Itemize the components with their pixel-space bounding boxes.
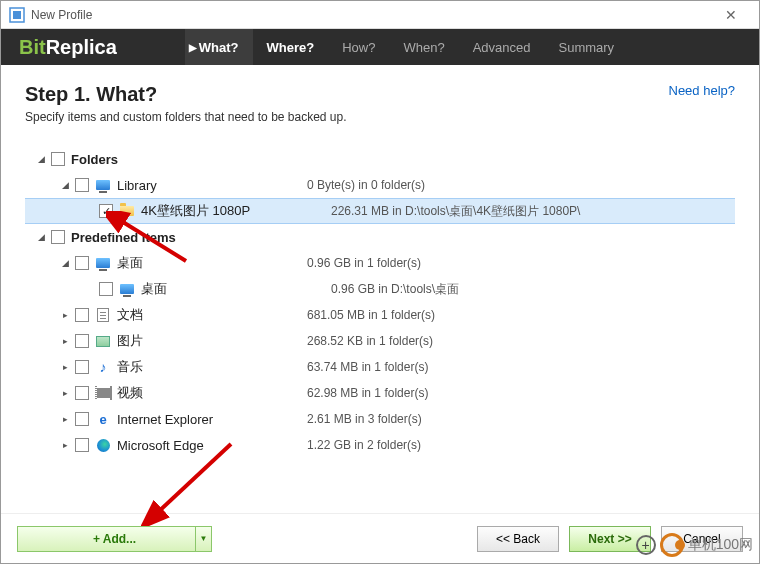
step-how[interactable]: How?	[328, 29, 389, 65]
tree-item-ie[interactable]: ▸ e Internet Explorer 2.61 MB in 3 folde…	[25, 406, 735, 432]
item-label: 文档	[117, 306, 297, 324]
step-what-label: What?	[199, 40, 239, 55]
group-label: Folders	[71, 152, 251, 167]
tree-item-music[interactable]: ▸ ♪ 音乐 63.74 MB in 1 folder(s)	[25, 354, 735, 380]
chevron-right-icon[interactable]: ▸	[59, 310, 71, 320]
back-button[interactable]: << Back	[477, 526, 559, 552]
step-summary-label: Summary	[559, 40, 615, 55]
header-row: Step 1. What? Specify items and custom f…	[25, 83, 735, 124]
checkbox-video[interactable]	[75, 386, 89, 400]
content: Step 1. What? Specify items and custom f…	[1, 65, 759, 513]
window-title: New Profile	[31, 8, 711, 22]
close-icon[interactable]: ✕	[711, 7, 751, 23]
folder-icon	[119, 203, 135, 219]
tree-item-wallpaper[interactable]: ▸ 4K壁纸图片 1080P 226.31 MB in D:\tools\桌面\…	[25, 198, 735, 224]
step-indicator-icon: ▶	[189, 42, 197, 53]
tree-item-video[interactable]: ▸ 视频 62.98 MB in 1 folder(s)	[25, 380, 735, 406]
video-icon	[95, 385, 111, 401]
tree-item-desktop[interactable]: ◢ 桌面 0.96 GB in 1 folder(s)	[25, 250, 735, 276]
titlebar: New Profile ✕	[1, 1, 759, 29]
wizard-steps: ▶What? Where? How? When? Advanced Summar…	[185, 29, 628, 65]
item-label: 桌面	[141, 280, 321, 298]
step-what[interactable]: ▶What?	[185, 29, 253, 65]
tree-item-edge[interactable]: ▸ Microsoft Edge 1.22 GB in 2 folder(s)	[25, 432, 735, 458]
item-label: 4K壁纸图片 1080P	[141, 202, 321, 220]
logo-rep: Replica	[46, 36, 117, 59]
item-info: 2.61 MB in 3 folder(s)	[297, 412, 735, 426]
item-label: 视频	[117, 384, 297, 402]
monitor-icon	[95, 177, 111, 193]
checkbox-library[interactable]	[75, 178, 89, 192]
item-info: 62.98 MB in 1 folder(s)	[297, 386, 735, 400]
chevron-down-icon[interactable]: ◢	[35, 154, 47, 164]
checkbox-ie[interactable]	[75, 412, 89, 426]
step-advanced[interactable]: Advanced	[459, 29, 545, 65]
checkbox-desktop-sub[interactable]	[99, 282, 113, 296]
step-when[interactable]: When?	[389, 29, 458, 65]
add-dropdown-icon[interactable]: ▼	[195, 527, 211, 551]
picture-icon	[95, 333, 111, 349]
monitor-icon	[119, 281, 135, 297]
ie-icon: e	[95, 411, 111, 427]
checkbox-edge[interactable]	[75, 438, 89, 452]
brand-logo: BitReplica	[1, 29, 135, 65]
checkbox-music[interactable]	[75, 360, 89, 374]
chevron-right-icon[interactable]: ▸	[59, 414, 71, 424]
item-info: 0.96 GB in D:\tools\桌面	[321, 281, 735, 298]
item-info: 0 Byte(s) in 0 folder(s)	[297, 178, 735, 192]
step-where[interactable]: Where?	[253, 29, 329, 65]
chevron-right-icon[interactable]: ▸	[59, 362, 71, 372]
tree-item-pics[interactable]: ▸ 图片 268.52 KB in 1 folder(s)	[25, 328, 735, 354]
item-label: 音乐	[117, 358, 297, 376]
add-button-label: + Add...	[93, 532, 136, 546]
item-info: 268.52 KB in 1 folder(s)	[297, 334, 735, 348]
checkbox-predefined[interactable]	[51, 230, 65, 244]
item-label: 图片	[117, 332, 297, 350]
tree-item-library[interactable]: ◢ Library 0 Byte(s) in 0 folder(s)	[25, 172, 735, 198]
checkbox-pics[interactable]	[75, 334, 89, 348]
document-icon	[95, 307, 111, 323]
chevron-right-icon[interactable]: ▸	[59, 336, 71, 346]
step-where-label: Where?	[267, 40, 315, 55]
tree-group-predefined[interactable]: ◢ Predefined Items	[25, 224, 735, 250]
chevron-down-icon[interactable]: ◢	[59, 258, 71, 268]
checkbox-wallpaper[interactable]	[99, 204, 113, 218]
step-how-label: How?	[342, 40, 375, 55]
checkbox-docs[interactable]	[75, 308, 89, 322]
item-label: 桌面	[117, 254, 297, 272]
add-button[interactable]: + Add... ▼	[17, 526, 212, 552]
chevron-down-icon[interactable]: ◢	[35, 232, 47, 242]
watermark-plus-icon: +	[636, 535, 656, 555]
logo-bit: Bit	[19, 36, 46, 59]
item-info: 226.31 MB in D:\tools\桌面\4K壁纸图片 1080P\	[321, 203, 735, 220]
item-label: Microsoft Edge	[117, 438, 297, 453]
step-when-label: When?	[403, 40, 444, 55]
item-info: 0.96 GB in 1 folder(s)	[297, 256, 735, 270]
chevron-right-icon[interactable]: ▸	[59, 388, 71, 398]
folder-tree: ◢ Folders ◢ Library 0 Byte(s) in 0 folde…	[25, 146, 735, 458]
item-info: 681.05 MB in 1 folder(s)	[297, 308, 735, 322]
app-icon	[9, 7, 25, 23]
page-description: Specify items and custom folders that ne…	[25, 110, 347, 124]
page-title: Step 1. What?	[25, 83, 347, 106]
step-advanced-label: Advanced	[473, 40, 531, 55]
checkbox-desktop[interactable]	[75, 256, 89, 270]
tree-item-desktop-sub[interactable]: ▸ 桌面 0.96 GB in D:\tools\桌面	[25, 276, 735, 302]
step-summary[interactable]: Summary	[545, 29, 629, 65]
help-link[interactable]: Need help?	[669, 83, 736, 98]
checkbox-folders[interactable]	[51, 152, 65, 166]
tree-item-docs[interactable]: ▸ 文档 681.05 MB in 1 folder(s)	[25, 302, 735, 328]
chevron-right-icon[interactable]: ▸	[59, 440, 71, 450]
svg-rect-1	[13, 11, 21, 19]
watermark: + 单机100网	[636, 533, 753, 557]
edge-icon	[95, 437, 111, 453]
music-icon: ♪	[95, 359, 111, 375]
watermark-logo-icon	[660, 533, 684, 557]
item-label: Internet Explorer	[117, 412, 297, 427]
tree-group-folders[interactable]: ◢ Folders	[25, 146, 735, 172]
group-label: Predefined Items	[71, 230, 251, 245]
chevron-down-icon[interactable]: ◢	[59, 180, 71, 190]
monitor-icon	[95, 255, 111, 271]
watermark-text: 单机100网	[688, 536, 753, 554]
item-info: 63.74 MB in 1 folder(s)	[297, 360, 735, 374]
